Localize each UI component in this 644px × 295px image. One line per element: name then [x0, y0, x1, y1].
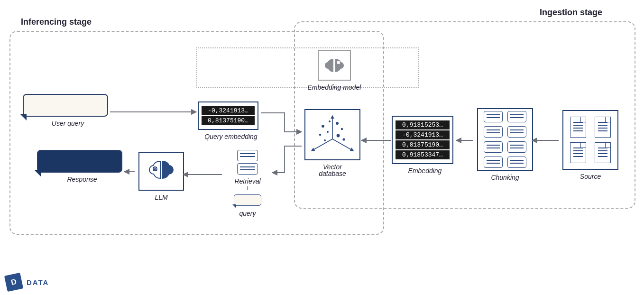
mini-speech-bubble-icon	[234, 194, 261, 206]
ingestion-stage-title: Ingestion stage	[540, 8, 602, 18]
query-small-label: query	[224, 210, 271, 217]
svg-point-6	[327, 131, 329, 133]
vector-database-label-2: database	[302, 170, 363, 177]
chunking-node: Chunking	[474, 108, 536, 181]
chunk-icon	[507, 111, 526, 122]
svg-point-11	[329, 120, 331, 122]
vector-space-icon	[309, 113, 356, 157]
source-node: Source	[560, 110, 621, 180]
embedding-node: 0,91315253… -0,3241913… 0,81375190… 0,91…	[392, 116, 458, 175]
query-embedding-node: -0,3241913… 0,81375190… Query embedding	[198, 101, 264, 140]
svg-point-13	[342, 138, 345, 140]
speech-bubble-icon	[23, 94, 108, 117]
embedding-label: Embedding	[392, 167, 458, 175]
user-query-label: User query	[23, 120, 113, 127]
retrieval-query-node: Retrieval + query	[224, 150, 271, 217]
embedding-model-node: Embedding model	[306, 50, 363, 91]
svg-point-9	[341, 128, 343, 130]
svg-line-3	[332, 139, 353, 151]
chunk-icon	[484, 157, 503, 168]
svg-point-12	[324, 139, 326, 141]
vector-value: 0,81375190…	[396, 140, 450, 149]
vector-value: 0,91315253…	[396, 120, 450, 129]
chunk-icon	[237, 163, 258, 175]
speech-bubble-dark-icon	[37, 150, 122, 173]
query-embedding-label: Query embedding	[198, 133, 264, 140]
vector-value: -0,3241913…	[396, 130, 450, 139]
chunk-icon	[484, 141, 503, 153]
logo-text: DATA	[27, 278, 49, 286]
chunk-icon	[507, 126, 526, 138]
vector-database-node: Vector database	[302, 109, 363, 177]
chunk-icon	[484, 126, 503, 138]
chunk-icon	[237, 150, 258, 161]
logo-cube-icon: D	[4, 273, 23, 292]
document-icon	[570, 117, 586, 138]
vector-value: 0,81375190…	[202, 116, 255, 125]
embedding-model-label: Embedding model	[306, 83, 363, 91]
response-label: Response	[37, 175, 127, 183]
brain-icon	[323, 56, 346, 75]
llm-node: LLM	[133, 152, 190, 201]
source-label: Source	[560, 173, 621, 180]
svg-line-4	[312, 139, 332, 151]
brand-logo: D DATA	[6, 274, 49, 290]
chunk-icon	[484, 111, 503, 122]
llm-label: LLM	[133, 194, 190, 201]
document-icon	[570, 142, 586, 163]
chunk-icon	[507, 141, 526, 153]
inferencing-stage-title: Inferencing stage	[21, 17, 92, 27]
response-node: Response	[37, 150, 127, 183]
svg-point-7	[319, 134, 321, 136]
chunking-label: Chunking	[474, 174, 536, 181]
chunk-icon	[507, 157, 526, 168]
brain-outline-icon	[145, 158, 178, 184]
retrieval-label-2: +	[224, 184, 271, 192]
user-query-node: User query	[23, 94, 113, 127]
document-icon	[595, 142, 611, 163]
vector-value: -0,3241913…	[202, 106, 255, 115]
svg-point-8	[336, 122, 339, 125]
document-icon	[595, 117, 611, 138]
vector-value: 0,91853347…	[396, 150, 450, 159]
svg-point-5	[322, 125, 324, 128]
svg-point-10	[337, 134, 340, 138]
